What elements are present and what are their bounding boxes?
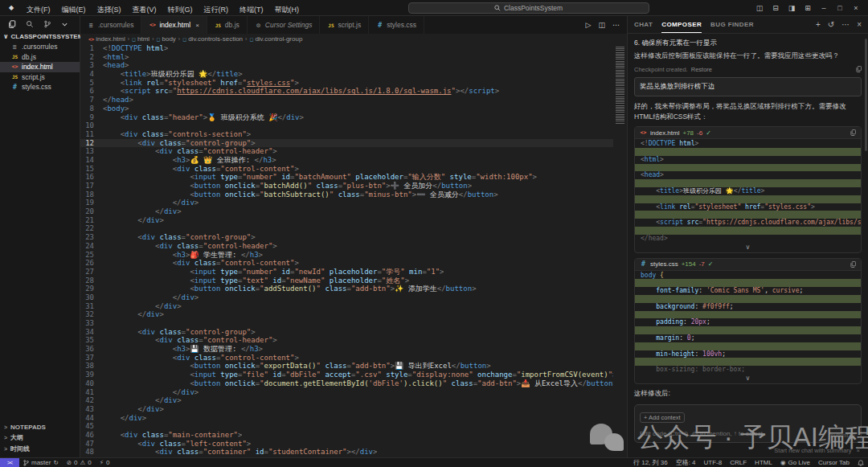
menu-item[interactable]: 终端(T) <box>234 4 269 15</box>
notifications-bell-icon[interactable] <box>854 458 868 467</box>
html-file-icon: <> <box>88 36 94 42</box>
line-number: 28 <box>80 277 103 285</box>
sidebar-item-script.js[interactable]: JSscript.js <box>0 72 80 83</box>
diff-code-line: <link rel="stylesheet" href="styles.css"… <box>635 203 861 211</box>
problems-status[interactable]: ⊘ 0 ⚠ 0 <box>63 458 96 467</box>
menu-item[interactable]: 运行(R) <box>199 4 235 15</box>
tab-styles.css[interactable]: #styles.css <box>369 16 424 34</box>
sidebar-item-index.html[interactable]: <>index.html <box>0 62 80 72</box>
tab-Cursor Settings[interactable]: ⚙Cursor Settings <box>248 16 321 34</box>
diff-card-header[interactable]: <>index.html+78-6✓ <box>635 127 861 139</box>
add-context-chip[interactable]: + Add context <box>640 412 685 423</box>
diff-card-header[interactable]: #styles.css+154-7✓ <box>635 259 861 271</box>
status-golive[interactable]: ◉Go Live <box>776 458 814 467</box>
user-message[interactable]: 奖品兑换放到排行榜下边 <box>634 77 862 96</box>
code-line: 27 <input type="number" id="newId" place… <box>80 268 627 277</box>
minimap[interactable] <box>613 44 627 457</box>
line-number: 21 <box>80 216 103 225</box>
search-sidebar-icon[interactable] <box>26 20 34 28</box>
close-panel-icon[interactable]: × <box>857 20 862 29</box>
status-indent[interactable]: 空格: 4 <box>672 458 700 467</box>
tab-script.js[interactable]: JSscript.js <box>320 16 369 34</box>
menu-item[interactable]: 编辑(E) <box>56 4 92 15</box>
dismiss-icon[interactable]: × <box>857 447 860 454</box>
new-chat-icon[interactable]: + <box>816 20 821 29</box>
html-file-icon: <> <box>640 129 647 136</box>
composer-header: CHATCOMPOSERBUG FINDER + ↺ ⋯ × <box>628 16 868 34</box>
history-icon[interactable]: ↺ <box>828 20 834 29</box>
minimize-button[interactable]: – <box>817 2 831 14</box>
code-line: 16 <input type="number" id="batchAmount"… <box>80 173 627 182</box>
menu-item[interactable]: 帮助(H) <box>269 4 305 15</box>
sidebar-item-.cursorrules[interactable]: ≡.cursorrules <box>0 42 80 52</box>
symbol-icon: ◻ <box>182 36 186 42</box>
tab-.cursorrules[interactable]: ≡.cursorrules <box>80 16 141 34</box>
panel-tab-BUG FINDER[interactable]: BUG FINDER <box>710 16 754 33</box>
remote-indicator[interactable]: >< <box>0 458 19 467</box>
checkpoint-row: Checkpoint created. Restore <box>634 66 862 73</box>
status-cursor-tab[interactable]: Cursor Tab <box>814 458 854 467</box>
panel-tab-COMPOSER[interactable]: COMPOSER <box>661 16 702 33</box>
views-more-chevron-icon[interactable] <box>61 21 68 28</box>
sidebar-item-db.js[interactable]: JSdb.js <box>0 52 80 63</box>
breadcrumb-item[interactable]: ◻html <box>132 35 149 43</box>
html-file-icon: <> <box>11 63 18 70</box>
menu-item[interactable]: 选择(S) <box>92 4 127 15</box>
source-control-icon[interactable] <box>43 20 51 28</box>
copy-icon[interactable] <box>850 129 856 136</box>
toggle-sidebar-icon[interactable]: ◫ <box>752 2 767 14</box>
run-preview-icon[interactable]: ▷ <box>586 21 592 29</box>
breadcrumb-item[interactable]: <>index.html <box>88 35 125 43</box>
sidebar-item-styles.css[interactable]: #styles.css <box>0 82 80 92</box>
panel-scrollbar[interactable] <box>865 39 867 151</box>
project-root-folder[interactable]: ∨ CLASSPOINTSSYSTEM <box>0 31 80 42</box>
status-eol[interactable]: CRLF <box>726 458 751 467</box>
breadcrumb-item[interactable]: ◻div.controls-section <box>182 35 243 43</box>
status-encoding[interactable]: UTF-8 <box>700 458 727 467</box>
file-name: .cursorrules <box>22 43 57 51</box>
status-line-col[interactable]: 行 12, 列 36 <box>629 458 672 467</box>
restore-link[interactable]: Restore <box>691 66 712 73</box>
start-new-chat-link[interactable]: Start new chat with summary <box>774 447 851 454</box>
editor-more-actions-icon[interactable]: ⋯ <box>612 21 620 29</box>
breadcrumb-item[interactable]: ◻body <box>157 35 176 43</box>
explorer-icon[interactable] <box>8 20 16 28</box>
maximize-button[interactable]: □ <box>833 2 847 14</box>
toggle-panel-icon[interactable]: ⊟ <box>768 2 783 14</box>
tab-index.html[interactable]: <>index.html× <box>141 16 207 34</box>
command-search-box[interactable]: ClassPointsSystem <box>408 2 649 14</box>
sidebar-section-大纲[interactable]: >大纲 <box>0 432 80 444</box>
menu-item[interactable]: 转到(G) <box>162 4 199 15</box>
tab-db.js[interactable]: JSdb.js <box>207 16 248 34</box>
sidebar-section-NOTEPADS[interactable]: >NOTEPADS <box>0 422 80 433</box>
chevron-right-icon: > <box>4 424 7 430</box>
status-language[interactable]: HTML <box>751 458 776 467</box>
split-editor-icon[interactable]: ◫ <box>598 21 605 29</box>
branch-icon <box>23 460 29 466</box>
status-label: CRLF <box>730 459 747 466</box>
diff-code-line: </head> <box>635 235 861 243</box>
line-number: 12 <box>80 139 103 148</box>
toggle-secondary-sidebar-icon[interactable]: ◨ <box>784 2 799 14</box>
copy-icon[interactable] <box>850 261 856 268</box>
lines-added: +78 <box>682 129 694 137</box>
ports-status[interactable]: ⚡ 0 <box>96 458 114 467</box>
sidebar-section-时间线[interactable]: >时间线 <box>0 444 80 455</box>
chevron-down-icon[interactable]: ∨ <box>635 244 861 252</box>
git-branch-status[interactable]: master ↻ <box>19 458 63 467</box>
copy-icon[interactable] <box>856 66 862 72</box>
customize-layout-icon[interactable]: ⊞ <box>800 2 815 14</box>
code-line: 43 </div> <box>80 405 627 414</box>
code-line: 6 <script src="https://cdnjs.cloudflare.… <box>80 87 627 96</box>
breadcrumb-item[interactable]: ◻div.control-group <box>249 35 302 43</box>
panel-tab-CHAT[interactable]: CHAT <box>634 16 653 33</box>
close-icon[interactable]: × <box>195 22 199 29</box>
chevron-down-icon[interactable]: ∨ <box>635 375 861 383</box>
code-editor[interactable]: 1<!DOCTYPE html>2<html>3<head>4 <title>班… <box>80 44 627 457</box>
close-button[interactable]: × <box>849 2 863 14</box>
menu-item[interactable]: 查看(V) <box>127 4 162 15</box>
panel-more-icon[interactable]: ⋯ <box>841 20 850 29</box>
line-number: 33 <box>80 319 103 328</box>
composer-input[interactable]: + Add context Edit code (Ctrl+I), @ to m… <box>634 404 862 443</box>
menu-item[interactable]: 文件(F) <box>21 4 56 15</box>
